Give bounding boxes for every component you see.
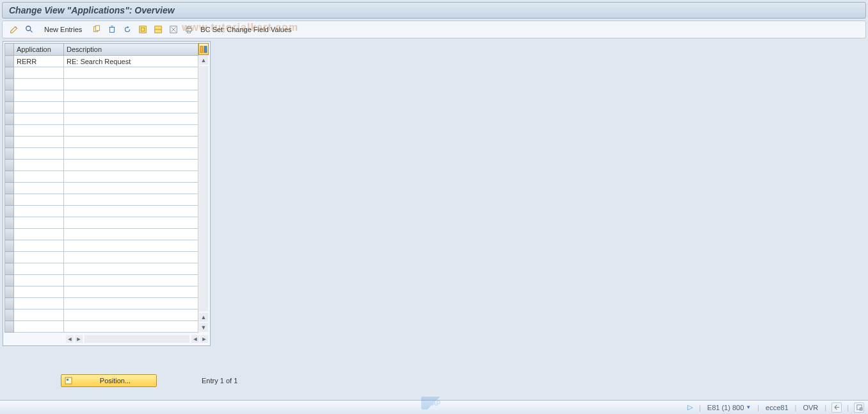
cell-description[interactable] — [64, 160, 198, 171]
table-row[interactable] — [5, 286, 198, 298]
status-message-arrow-icon[interactable]: ▷ — [686, 403, 694, 411]
row-selector[interactable] — [5, 194, 14, 206]
row-selector[interactable] — [5, 310, 14, 321]
cell-description[interactable] — [64, 229, 198, 240]
cell-description[interactable] — [64, 217, 198, 229]
row-selector[interactable] — [5, 160, 14, 171]
cell-description[interactable] — [64, 275, 198, 286]
cell-description[interactable] — [64, 263, 198, 275]
new-entries-button[interactable]: New Entries — [38, 23, 88, 36]
session-dropdown-icon[interactable]: ▼ — [746, 404, 751, 410]
table-row[interactable] — [5, 298, 198, 310]
vertical-scrollbar[interactable]: ▲ ▲ ▼ — [198, 43, 209, 333]
table-row[interactable] — [5, 206, 198, 217]
table-row[interactable] — [5, 102, 198, 113]
cell-application[interactable]: RERR — [14, 56, 64, 67]
row-selector[interactable] — [5, 56, 14, 67]
row-selector[interactable] — [5, 240, 14, 252]
cell-description[interactable] — [64, 310, 198, 321]
cell-application[interactable] — [14, 137, 64, 148]
cell-description[interactable] — [64, 102, 198, 113]
bc-set-label[interactable]: BC Set: Change Field Values — [200, 26, 291, 33]
cell-application[interactable] — [14, 113, 64, 125]
undo-change-icon[interactable] — [121, 23, 134, 36]
scroll-left-icon[interactable]: ◄ — [66, 335, 74, 343]
cell-application[interactable] — [14, 286, 64, 298]
row-selector[interactable] — [5, 206, 14, 217]
position-button[interactable]: Position... — [61, 374, 157, 387]
table-row[interactable] — [5, 90, 198, 102]
cell-description[interactable] — [64, 321, 198, 333]
table-row[interactable] — [5, 67, 198, 79]
cell-application[interactable] — [14, 79, 64, 90]
table-settings-icon[interactable] — [198, 43, 209, 55]
cell-description[interactable] — [64, 79, 198, 90]
scroll-end-left-icon[interactable]: ◄ — [191, 335, 199, 343]
cell-application[interactable] — [14, 183, 64, 194]
cell-application[interactable] — [14, 229, 64, 240]
row-selector[interactable] — [5, 137, 14, 148]
row-selector[interactable] — [5, 183, 14, 194]
table-row[interactable] — [5, 217, 198, 229]
row-selector[interactable] — [5, 125, 14, 137]
table-row[interactable]: RERRRE: Search Request — [5, 56, 198, 67]
cell-description[interactable] — [64, 194, 198, 206]
table-row[interactable] — [5, 148, 198, 160]
cell-description[interactable]: RE: Search Request — [64, 56, 198, 67]
table-row[interactable] — [5, 310, 198, 321]
cell-application[interactable] — [14, 160, 64, 171]
cell-description[interactable] — [64, 252, 198, 263]
table-row[interactable] — [5, 194, 198, 206]
cell-description[interactable] — [64, 90, 198, 102]
find-icon[interactable] — [23, 23, 36, 36]
scroll-right-icon[interactable]: ► — [75, 335, 83, 343]
table-row[interactable] — [5, 160, 198, 171]
table-row[interactable] — [5, 171, 198, 183]
copy-as-icon[interactable] — [90, 23, 103, 36]
cell-application[interactable] — [14, 298, 64, 310]
vertical-scroll-track[interactable] — [199, 66, 208, 311]
cell-description[interactable] — [64, 113, 198, 125]
select-block-icon[interactable] — [152, 23, 165, 36]
table-row[interactable] — [5, 252, 198, 263]
row-selector[interactable] — [5, 67, 14, 79]
cell-application[interactable] — [14, 67, 64, 79]
scroll-page-up-icon[interactable]: ▲ — [199, 313, 208, 322]
toggle-display-change-icon[interactable] — [8, 23, 20, 36]
local-layout-icon[interactable] — [832, 402, 842, 413]
row-selector[interactable] — [5, 217, 14, 229]
cell-description[interactable] — [64, 171, 198, 183]
row-selector[interactable] — [5, 321, 14, 333]
row-selector[interactable] — [5, 298, 14, 310]
cell-application[interactable] — [14, 263, 64, 275]
cell-application[interactable] — [14, 148, 64, 160]
table-row[interactable] — [5, 125, 198, 137]
row-selector[interactable] — [5, 263, 14, 275]
table-row[interactable] — [5, 183, 198, 194]
cell-description[interactable] — [64, 286, 198, 298]
cell-application[interactable] — [14, 275, 64, 286]
table-row[interactable] — [5, 263, 198, 275]
cell-application[interactable] — [14, 252, 64, 263]
horizontal-scrollbar[interactable]: ◄ ► ◄ ► — [4, 334, 209, 344]
cell-application[interactable] — [14, 90, 64, 102]
select-all-icon[interactable] — [136, 23, 149, 36]
row-selector[interactable] — [5, 148, 14, 160]
table-row[interactable] — [5, 229, 198, 240]
cell-application[interactable] — [14, 194, 64, 206]
table-row[interactable] — [5, 137, 198, 148]
status-session[interactable]: E81 (1) 800 ▼ — [706, 404, 752, 411]
cell-description[interactable] — [64, 137, 198, 148]
row-selector-header[interactable] — [5, 44, 14, 56]
delete-icon[interactable] — [106, 23, 118, 36]
cell-application[interactable] — [14, 171, 64, 183]
table-row[interactable] — [5, 275, 198, 286]
cell-description[interactable] — [64, 206, 198, 217]
cell-description[interactable] — [64, 183, 198, 194]
cell-description[interactable] — [64, 148, 198, 160]
scroll-down-icon[interactable]: ▼ — [199, 323, 208, 332]
row-selector[interactable] — [5, 252, 14, 263]
interaction-log-icon[interactable] — [854, 402, 864, 413]
cell-description[interactable] — [64, 240, 198, 252]
applications-table[interactable]: Application Description RERRRE: Search R… — [4, 43, 198, 333]
